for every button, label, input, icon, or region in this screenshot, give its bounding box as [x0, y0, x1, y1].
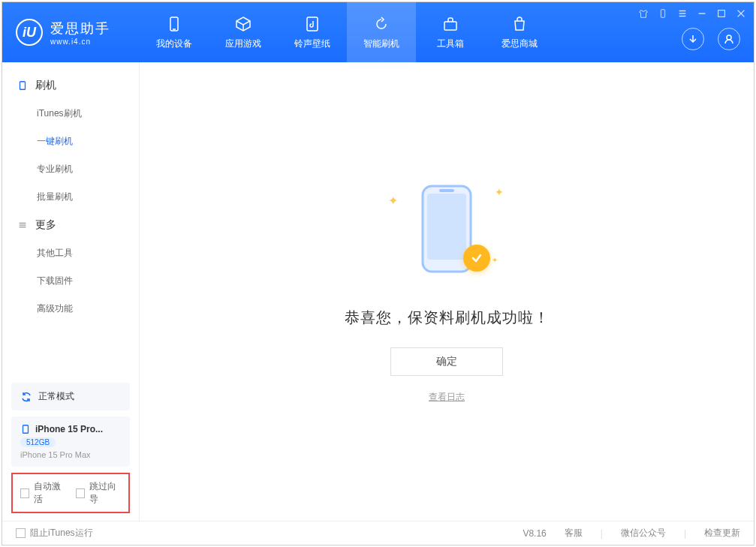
group-label: 刷机 [35, 79, 56, 92]
nav-flash[interactable]: 智能刷机 [347, 2, 416, 62]
sidebar-group-flash: 刷机 [2, 71, 139, 100]
download-icon [687, 33, 699, 45]
nav-toolbox[interactable]: 工具箱 [416, 2, 485, 62]
nav-ringtone[interactable]: 铃声壁纸 [278, 2, 347, 62]
ok-button[interactable]: 确定 [390, 347, 503, 376]
version-label: V8.16 [523, 528, 546, 539]
device-mode[interactable]: 正常模式 [11, 383, 130, 410]
svg-rect-15 [20, 82, 26, 90]
bag-icon [511, 15, 529, 33]
device-card[interactable]: iPhone 15 Pro... 512GB iPhone 15 Pro Max [11, 416, 130, 467]
maximize-icon[interactable] [716, 8, 727, 19]
success-illustration: ✦ ✦ ✦ [394, 180, 499, 285]
checkbox-icon [16, 528, 26, 538]
svg-rect-19 [23, 425, 29, 434]
svg-rect-4 [444, 22, 456, 30]
refresh-icon [372, 15, 390, 33]
device-storage: 512GB [20, 437, 56, 447]
success-badge-icon [463, 245, 490, 272]
sidebar-item-batch-flash[interactable]: 批量刷机 [2, 183, 139, 211]
nav-label: 爱思商城 [501, 38, 538, 50]
svg-point-14 [727, 35, 731, 40]
checkbox-auto-activate[interactable]: 自动激活 [20, 480, 65, 506]
svg-rect-3 [307, 17, 318, 31]
nav-label: 应用游戏 [225, 38, 261, 50]
view-log-link[interactable]: 查看日志 [429, 391, 465, 404]
sidebar-item-oneclick-flash[interactable]: 一键刷机 [2, 128, 139, 155]
download-button[interactable] [682, 28, 704, 50]
success-message: 恭喜您，保资料刷机成功啦！ [345, 308, 550, 328]
nav-label: 我的设备 [156, 38, 192, 50]
sparkle-icon: ✦ [495, 186, 504, 198]
music-icon [303, 15, 321, 33]
sidebar-item-download-fw[interactable]: 下载固件 [2, 267, 139, 295]
footer-link-wechat[interactable]: 微信公众号 [621, 527, 666, 539]
logo-area: iU 爱思助手 www.i4.cn [2, 19, 140, 46]
phone-outline-icon [20, 424, 31, 434]
nav-label: 智能刷机 [363, 38, 399, 50]
group-label: 更多 [35, 218, 56, 232]
minimize-icon[interactable] [697, 8, 707, 19]
separator: | [684, 528, 686, 539]
footer-link-support[interactable]: 客服 [565, 527, 583, 539]
checkbox-icon [20, 488, 29, 498]
user-button[interactable] [718, 28, 740, 50]
nav-my-device[interactable]: 我的设备 [140, 2, 209, 62]
sidebar-item-other-tools[interactable]: 其他工具 [2, 239, 139, 267]
sparkle-icon: ✦ [388, 194, 398, 208]
nav-label: 工具箱 [437, 38, 464, 50]
sync-icon [20, 391, 32, 403]
nav-apps[interactable]: 应用游戏 [209, 2, 278, 62]
cube-icon [234, 15, 252, 33]
menu-icon[interactable] [677, 8, 688, 19]
device-icon [165, 15, 183, 33]
svg-rect-22 [439, 189, 454, 192]
main-content: ✦ ✦ ✦ 恭喜您，保资料刷机成功啦！ 确定 查看日志 [140, 62, 754, 521]
sidebar-item-itunes-flash[interactable]: iTunes刷机 [2, 100, 139, 128]
logo-icon: iU [16, 19, 43, 46]
device-name-text: iPhone 15 Pro... [35, 424, 103, 434]
checkbox-icon [76, 488, 85, 498]
sidebar-group-more: 更多 [2, 211, 139, 239]
window-controls [638, 8, 746, 19]
svg-rect-10 [718, 11, 725, 17]
checkbox-label: 阻止iTunes运行 [30, 527, 93, 539]
svg-rect-5 [661, 10, 664, 18]
checkbox-label: 自动激活 [34, 480, 65, 506]
sidebar-item-pro-flash[interactable]: 专业刷机 [2, 155, 139, 183]
separator: | [601, 528, 603, 539]
app-subtitle: www.i4.cn [50, 38, 110, 46]
close-icon[interactable] [736, 8, 746, 19]
phone-small-icon [17, 80, 28, 91]
highlight-options: 自动激活 跳过向导 [11, 473, 130, 513]
more-icon [17, 220, 28, 230]
sidebar-item-advanced[interactable]: 高级功能 [2, 295, 139, 323]
toolbox-icon [441, 15, 459, 33]
footer: 阻止iTunes运行 V8.16 客服 | 微信公众号 | 检查更新 [2, 521, 754, 545]
phone-icon[interactable] [658, 8, 668, 19]
shirt-icon[interactable] [638, 8, 649, 19]
checkbox-block-itunes[interactable]: 阻止iTunes运行 [16, 527, 93, 539]
sparkle-icon: ✦ [492, 256, 498, 264]
checkbox-label: 跳过向导 [89, 480, 121, 506]
checkbox-skip-wizard[interactable]: 跳过向导 [76, 480, 121, 506]
header: iU 爱思助手 www.i4.cn 我的设备 应用游戏 铃声壁纸 智能刷机 [2, 2, 754, 62]
mode-label: 正常模式 [38, 390, 74, 403]
svg-rect-21 [427, 194, 466, 260]
footer-link-update[interactable]: 检查更新 [704, 527, 740, 539]
nav-label: 铃声壁纸 [294, 38, 330, 50]
user-icon [723, 33, 735, 45]
nav: 我的设备 应用游戏 铃声壁纸 智能刷机 工具箱 爱思商城 [140, 2, 554, 62]
nav-store[interactable]: 爱思商城 [485, 2, 554, 62]
sidebar: 刷机 iTunes刷机 一键刷机 专业刷机 批量刷机 更多 其他工具 下载固件 … [2, 62, 140, 521]
device-model: iPhone 15 Pro Max [20, 450, 121, 459]
app-title: 爱思助手 [50, 20, 110, 38]
